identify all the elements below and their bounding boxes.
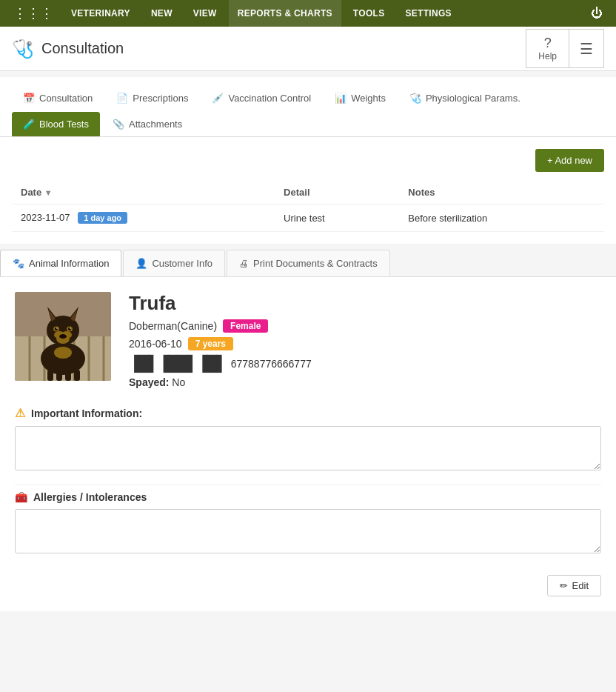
barcode-value: 67788776666777 [231,358,312,370]
cell-date: 2023-11-07 1 day ago [12,204,275,232]
important-info-label: Important Information: [31,407,142,419]
nav-view[interactable]: VIEW [184,0,226,27]
tab-attachments-label: Attachments [129,119,182,130]
header-actions: ? Help ☰ [526,29,604,68]
col-notes: Notes [399,181,604,204]
add-new-button[interactable]: + Add new [535,149,604,172]
table-row: 2023-11-07 1 day ago Urine test Before s… [12,204,604,232]
tab-weights[interactable]: 📊 Weights [324,86,397,110]
svg-point-13 [59,334,67,339]
power-icon[interactable]: ⏻ [585,7,609,20]
syringe-icon: 💉 [212,93,224,104]
section-divider [15,485,601,485]
print-icon: 🖨 [239,258,249,269]
col-date[interactable]: Date ▼ [12,181,275,204]
cell-notes: Before sterilization [399,204,604,232]
paperclip-icon: 📎 [113,119,124,130]
allergies-label: Allergies / Intolerances [33,491,147,503]
spayed-line: Spayed: No [129,376,601,388]
nav-veterinary[interactable]: VETERINARY [62,0,139,27]
nav-new[interactable]: NEW [142,0,181,27]
barcode-line: ▐█▌▐██▌▐█▌ 67788776666777 [129,355,601,372]
svg-rect-26 [65,370,71,381]
content-area: + Add new Date ▼ Detail Notes 2023-11-07 [0,137,616,244]
tab-consultation[interactable]: 📅 Consultation [12,86,104,110]
chart-icon: 📊 [335,93,346,104]
col-detail: Detail [275,181,399,204]
svg-rect-27 [74,370,80,381]
edit-button[interactable]: ✏ Edit [547,575,601,596]
svg-rect-25 [56,370,62,381]
blood-tests-table: Date ▼ Detail Notes 2023-11-07 1 day ago… [12,181,604,232]
sort-icon: ▼ [44,188,53,197]
animal-name: Trufa [129,292,601,315]
svg-point-18 [56,327,58,329]
nav-reports[interactable]: REPORTS & CHARTS [229,0,341,27]
calendar-icon: 📅 [23,93,35,104]
tab-print-documents[interactable]: 🖨 Print Documents & Contracts [227,250,390,276]
person-icon: 👤 [135,258,147,269]
col-date-label: Date [21,187,41,198]
tab-bloodtests[interactable]: 🧪 Blood Tests [12,112,100,136]
edit-icon: ✏ [560,580,568,591]
dob-value: 2016-06-10 [129,338,182,350]
edit-row: ✏ Edit [15,568,601,596]
edit-label: Edit [572,580,589,591]
breed-line: Doberman(Canine) Female [129,319,601,333]
toolbar-row: + Add new [12,149,604,172]
allergies-title: 🧰 Allergies / Intolerances [15,491,601,503]
tab-prescriptions[interactable]: 📄 Prescriptions [105,86,199,110]
tab-animal-information[interactable]: 🐾 Animal Information [0,250,121,276]
bottom-tabs: 🐾 Animal Information 👤 Customer Info 🖨 P… [0,250,616,277]
date-value: 2023-11-07 [21,212,70,223]
animal-card: Trufa Doberman(Canine) Female 2016-06-10… [15,292,601,388]
spayed-value: No [172,376,185,388]
warning-icon: ⚠ [15,406,25,420]
barcode-icon: ▐█▌▐██▌▐█▌ [129,355,227,372]
grid-icon[interactable]: ⋮⋮⋮ [7,5,59,21]
tab-attachments[interactable]: 📎 Attachments [101,112,193,136]
animal-photo [15,292,111,381]
dob-line: 2016-06-10 7 years [129,337,601,350]
help-button[interactable]: ? Help [526,29,569,68]
date-badge: 1 day ago [78,212,127,224]
kit-icon: 🧰 [15,491,27,503]
page-title: Consultation [41,40,124,57]
col-notes-label: Notes [408,187,435,198]
spayed-label: Spayed: [129,376,169,388]
physio-icon: 🩺 [409,93,421,104]
tab-customer-info[interactable]: 👤 Customer Info [123,250,225,276]
tab-physiological-label: Physiological Params. [426,93,520,104]
allergies-textarea[interactable] [15,509,601,553]
top-nav: ⋮⋮⋮ VETERINARY NEW VIEW REPORTS & CHARTS… [0,0,616,27]
important-info-title: ⚠ Important Information: [15,406,601,420]
tab-vaccination-label: Vaccination Control [228,93,311,104]
tab-customer-label: Customer Info [152,258,212,269]
tab-vaccination[interactable]: 💉 Vaccination Control [201,86,322,110]
stethoscope-icon: 🩺 [12,39,34,59]
tab-print-label: Print Documents & Contracts [253,258,378,269]
nav-tools[interactable]: TOOLS [344,0,394,27]
tab-physiological[interactable]: 🩺 Physiological Params. [398,86,532,110]
important-info-section: ⚠ Important Information: [15,406,601,473]
allergies-section: 🧰 Allergies / Intolerances [15,491,601,556]
paw-icon: 🐾 [13,258,24,269]
col-detail-label: Detail [284,187,309,198]
svg-point-28 [54,347,72,359]
animal-info-block: Trufa Doberman(Canine) Female 2016-06-10… [129,292,601,388]
page-header: 🩺 Consultation ? Help ☰ [0,27,616,71]
gender-badge: Female [223,319,268,333]
menu-button[interactable]: ☰ [569,29,604,68]
main-tabs: 📅 Consultation 📄 Prescriptions 💉 Vaccina… [0,77,616,137]
tab-consultation-label: Consultation [39,93,93,104]
tab-bloodtests-label: Blood Tests [39,119,89,130]
question-icon: ? [544,36,552,51]
svg-rect-24 [47,370,53,381]
flask-icon: 🧪 [23,119,35,130]
file-icon: 📄 [116,93,128,104]
svg-point-19 [70,327,71,329]
age-badge: 7 years [188,337,233,350]
tab-prescriptions-label: Prescriptions [133,93,188,104]
important-info-textarea[interactable] [15,426,601,470]
nav-settings[interactable]: SETTINGS [396,0,460,27]
